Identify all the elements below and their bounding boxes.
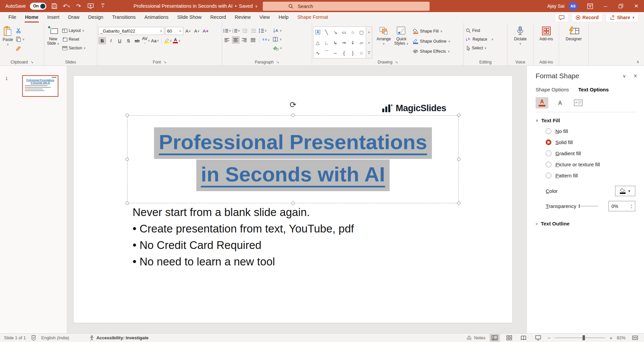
fit-to-window-button[interactable] [630, 334, 640, 342]
slide-thumbnail[interactable]: Professional Presentationsin Seconds wit… [22, 75, 58, 97]
slide-bullet[interactable]: • Create presentation from text, YouTube… [133, 223, 354, 234]
radio-icon[interactable] [546, 162, 551, 167]
bullets-button[interactable]: ∨ [223, 27, 231, 34]
fill-option-pattern-fill[interactable]: Pattern fill [546, 173, 637, 178]
reading-view-button[interactable] [518, 334, 529, 342]
copy-button[interactable]: ∨ [15, 36, 26, 43]
customize-qat-button[interactable]: ∨ [99, 2, 107, 10]
gallery-more-button[interactable]: ∨ [366, 48, 372, 58]
slide-bullet[interactable]: • No need to learn a new tool [133, 256, 354, 267]
right-arrow-shape-icon[interactable]: ⇒ [340, 37, 348, 48]
new-slide-button[interactable]: NewSlide ∨ [45, 24, 61, 58]
rotate-handle[interactable]: ⟳ [290, 100, 296, 110]
tab-design[interactable]: Design [84, 12, 108, 23]
tab-text-options[interactable]: Text Options [578, 87, 609, 92]
text-box-shape-icon[interactable]: A [313, 27, 322, 37]
tab-record[interactable]: Record [206, 12, 231, 23]
clear-formatting-button[interactable]: A◆ [202, 27, 209, 35]
text-shadow-button[interactable]: S [125, 37, 132, 44]
numbering-button[interactable]: 123∨ [232, 27, 240, 34]
clipboard-dialog-launcher[interactable]: ↘ [31, 60, 33, 64]
replace-button[interactable]: b Replace∨ [465, 36, 495, 43]
textbox-tab-button[interactable]: A [572, 97, 585, 109]
fill-option-picture-or-texture-fill[interactable]: Picture or texture fill [546, 162, 637, 167]
tab-shape-format[interactable]: Shape Format [293, 12, 333, 23]
oval-shape-icon[interactable]: ○ [348, 27, 357, 37]
addins-button[interactable]: Add-ins [538, 24, 555, 58]
save-button[interactable] [50, 2, 58, 10]
radio-icon[interactable] [546, 139, 551, 145]
redo-button[interactable]: ↷ [75, 2, 83, 10]
font-dialog-launcher[interactable]: ↘ [163, 60, 166, 64]
rectangle-shape-icon[interactable]: ▭ [340, 27, 348, 37]
radio-icon[interactable] [546, 173, 551, 178]
zoom-out-button[interactable]: − [547, 335, 550, 341]
slide-body-text[interactable]: Never start from a blank slide again. • … [133, 207, 354, 272]
transparency-slider-thumb[interactable] [579, 204, 580, 208]
panel-close-icon[interactable]: ✕ [633, 73, 637, 79]
align-left-button[interactable] [223, 36, 231, 44]
radio-icon[interactable] [546, 128, 551, 134]
paragraph-dialog-launcher[interactable]: ↘ [276, 60, 279, 64]
transparency-increase-icon[interactable]: ∧ [631, 204, 632, 206]
rounded-rectangle-shape-icon[interactable]: ▢ [357, 27, 366, 37]
right-brace-shape-icon[interactable]: } [348, 48, 357, 58]
notes-button[interactable]: Notes [466, 335, 485, 340]
slide[interactable]: MagicSlides ⟳ Professional Presentations… [73, 75, 513, 323]
tab-animations[interactable]: Animations [140, 12, 173, 23]
share-button[interactable]: Share ∨ [606, 13, 639, 22]
font-name-combo[interactable]: _Gabarito_6af022∨ [98, 27, 164, 35]
align-center-button[interactable] [232, 36, 240, 44]
change-case-button[interactable]: Aa∨ [151, 37, 159, 44]
tab-home[interactable]: Home [20, 12, 43, 23]
spell-check-button[interactable] [31, 335, 36, 341]
panel-collapse-chevron-icon[interactable]: ∨ [623, 73, 626, 79]
normal-view-button[interactable] [490, 334, 500, 342]
color-picker-button[interactable]: ▼ [615, 186, 635, 196]
minimize-button[interactable]: ─ [598, 0, 613, 12]
text-direction-button[interactable]: A∨ [272, 27, 283, 34]
slide-bullet[interactable]: • No Credit Card Required [133, 240, 354, 251]
left-brace-shape-icon[interactable]: { [340, 48, 348, 58]
tab-slide-show[interactable]: Slide Show [173, 12, 206, 23]
autosave-toggle[interactable]: On [30, 3, 47, 10]
text-fill-section-header[interactable]: ∨ Text Fill [536, 118, 637, 123]
text-effects-tab-button[interactable]: A [554, 97, 566, 109]
increase-font-size-button[interactable]: A∧ [184, 27, 192, 35]
text-fill-outline-tab-button[interactable]: A [536, 97, 548, 109]
reset-button[interactable]: Reset [61, 36, 87, 43]
language-selector[interactable]: English (India) [41, 335, 69, 340]
layout-button[interactable]: Layout∨ [61, 27, 87, 34]
columns-button[interactable]: ∨ [262, 36, 270, 44]
scribble-shape-icon[interactable]: ∿ [313, 48, 322, 58]
accessibility-checker[interactable]: Accessibility: Investigate [89, 335, 148, 341]
search-bar[interactable]: Search [263, 2, 430, 11]
shape-effects-button[interactable]: Shape Effects∨ [412, 47, 451, 56]
italic-button[interactable]: I [107, 37, 115, 44]
strikethrough-button[interactable]: ab [133, 37, 141, 44]
line-shape-icon[interactable]: ╲ [322, 27, 331, 37]
undo-button[interactable]: ↶∨ [62, 2, 70, 10]
tab-view[interactable]: View [255, 12, 274, 23]
paste-button[interactable]: Paste ∨ [1, 24, 15, 58]
select-button[interactable]: Select∨ [465, 44, 495, 52]
tab-draw[interactable]: Draw [64, 12, 84, 23]
find-button[interactable]: Find [465, 27, 495, 34]
section-button[interactable]: Section∨ [61, 44, 87, 52]
tab-file[interactable]: File [4, 12, 20, 23]
elbow-connector-shape-icon[interactable]: ∟ [322, 37, 331, 48]
start-slideshow-button[interactable] [87, 2, 95, 10]
curve-shape-icon[interactable]: ∼ [331, 48, 340, 58]
tab-review[interactable]: Review [230, 12, 255, 23]
convert-to-smartart-button[interactable]: ∨ [272, 44, 283, 52]
tab-shape-options[interactable]: Shape Options [536, 87, 569, 92]
character-spacing-button[interactable]: AV↔∨ [142, 37, 150, 44]
dictate-button[interactable]: Dictate ∨ [512, 24, 528, 58]
bold-button[interactable]: B [98, 37, 106, 44]
font-color-button[interactable]: A∨ [173, 37, 181, 44]
transparency-decrease-icon[interactable]: ∨ [631, 206, 632, 209]
gallery-scroll-up-button[interactable]: ∧ [366, 27, 372, 37]
slideshow-view-button[interactable] [533, 334, 543, 342]
user-name[interactable]: Ajay Sai [547, 3, 564, 9]
slide-title-line-2[interactable]: in Seconds with AI [196, 160, 390, 191]
